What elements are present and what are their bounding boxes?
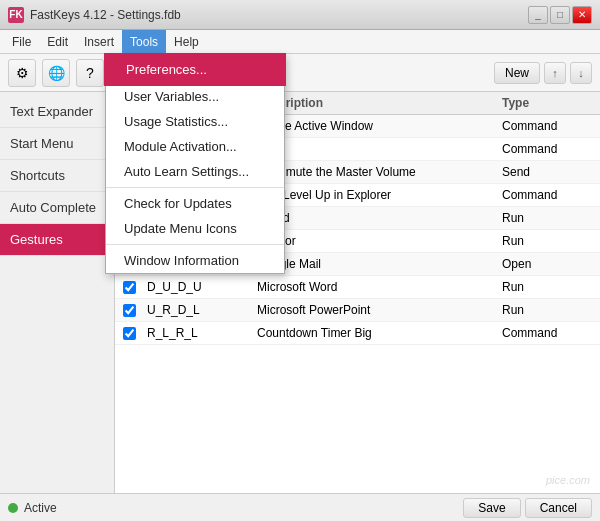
save-button[interactable]: Save xyxy=(463,498,520,518)
globe-icon-btn[interactable]: 🌐 xyxy=(42,59,70,87)
sidebar-item-auto-complete[interactable]: Auto Complete xyxy=(0,192,114,224)
cancel-button[interactable]: Cancel xyxy=(525,498,592,518)
dropdown-item-user-variables[interactable]: User Variables... xyxy=(106,84,284,109)
row-checkbox-10[interactable] xyxy=(123,327,136,340)
table-row: U_R_D_L Microsoft PowerPoint Run xyxy=(115,299,600,322)
watermark: pice.com xyxy=(546,474,590,486)
menu-tools[interactable]: Tools xyxy=(122,30,166,54)
status-indicator xyxy=(8,503,18,513)
sidebar-item-text-expander[interactable]: Text Expander xyxy=(0,96,114,128)
dropdown-separator-1 xyxy=(106,187,284,188)
help-icon-btn[interactable]: ? xyxy=(76,59,104,87)
menu-insert[interactable]: Insert xyxy=(76,30,122,54)
row-checkbox-9[interactable] xyxy=(123,304,136,317)
dropdown-item-auto-learn-settings[interactable]: Auto Learn Settings... xyxy=(106,159,284,184)
menu-help[interactable]: Help xyxy=(166,30,207,54)
dropdown-item-update-menu-icons[interactable]: Update Menu Icons xyxy=(106,216,284,241)
maximize-button[interactable]: □ xyxy=(550,6,570,24)
table-row: R_L_R_L Countdown Timer Big Command xyxy=(115,322,600,345)
main-layout: Text Expander Start Menu Shortcuts Auto … xyxy=(0,92,600,493)
menu-edit[interactable]: Edit xyxy=(39,30,76,54)
sidebar-item-start-menu[interactable]: Start Menu xyxy=(0,128,114,160)
menu-bar: File Edit Insert Tools Help xyxy=(0,30,600,54)
row-checkbox-8[interactable] xyxy=(123,281,136,294)
window-controls: _ □ ✕ xyxy=(528,6,592,24)
minimize-button[interactable]: _ xyxy=(528,6,548,24)
arrow-up-button[interactable]: ↑ xyxy=(544,62,566,84)
dropdown-item-usage-statistics[interactable]: Usage Statistics... xyxy=(106,109,284,134)
shortcut-value: R_L_R_L xyxy=(147,326,257,340)
status-bar: Active Save Cancel xyxy=(0,493,600,521)
app-icon: FK xyxy=(8,7,24,23)
table-row: D_U_D_U Microsoft Word Run xyxy=(115,276,600,299)
sidebar-item-gestures[interactable]: Gestures xyxy=(0,224,114,256)
col-header-type: Type xyxy=(502,96,592,110)
dropdown-item-window-information[interactable]: Window Information xyxy=(106,248,284,273)
col-header-description: Description xyxy=(257,96,502,110)
tools-dropdown-menu: Preferences... User Variables... Usage S… xyxy=(105,54,285,274)
window-title: FastKeys 4.12 - Settings.fdb xyxy=(30,8,181,22)
tools-menu-container: Preferences... User Variables... Usage S… xyxy=(105,54,285,274)
shortcut-value: D_U_D_U xyxy=(147,280,257,294)
status-label: Active xyxy=(24,501,57,515)
close-button[interactable]: ✕ xyxy=(572,6,592,24)
dropdown-item-module-activation[interactable]: Module Activation... xyxy=(106,134,284,159)
toolbar: ⚙ 🌐 ? New ↑ ↓ xyxy=(0,54,600,92)
sidebar-item-shortcuts[interactable]: Shortcuts xyxy=(0,160,114,192)
menu-file[interactable]: File xyxy=(4,30,39,54)
sidebar: Text Expander Start Menu Shortcuts Auto … xyxy=(0,92,115,493)
arrow-down-button[interactable]: ↓ xyxy=(570,62,592,84)
dropdown-separator-2 xyxy=(106,244,284,245)
dropdown-item-check-updates[interactable]: Check for Updates xyxy=(106,191,284,216)
settings-icon-btn[interactable]: ⚙ xyxy=(8,59,36,87)
new-button[interactable]: New xyxy=(494,62,540,84)
title-bar: FK FastKeys 4.12 - Settings.fdb _ □ ✕ xyxy=(0,0,600,30)
shortcut-value: U_R_D_L xyxy=(147,303,257,317)
dropdown-item-preferences[interactable]: Preferences... xyxy=(106,55,284,84)
